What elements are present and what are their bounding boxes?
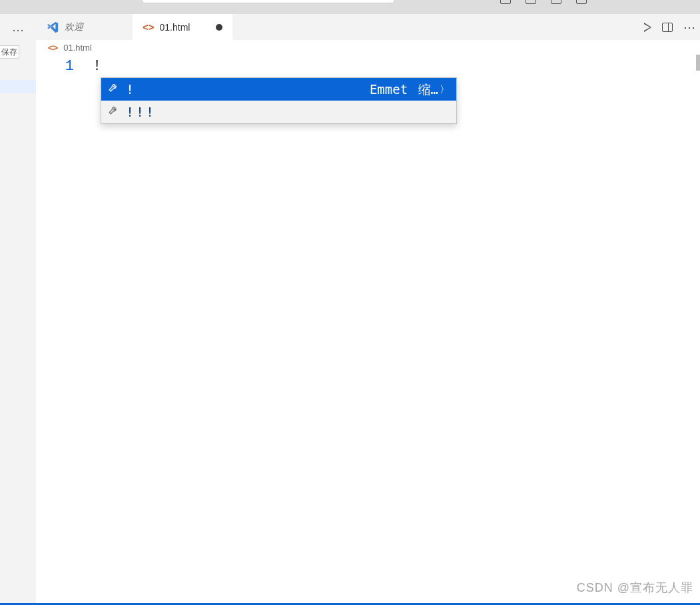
tab-bar: 欢迎 <> 01.html ⋯ [36, 14, 700, 40]
save-button-stub[interactable]: 保存 [0, 45, 19, 59]
breadcrumb-file: 01.html [63, 43, 92, 53]
layout-btn-2[interactable] [525, 0, 536, 4]
layout-btn-4[interactable] [576, 0, 587, 4]
line-number-gutter: 1 [36, 55, 93, 603]
suggest-item-1[interactable]: !!! [101, 101, 456, 123]
tab-01html-label: 01.html [160, 22, 190, 33]
tab-welcome-label: 欢迎 [65, 21, 83, 33]
tab-welcome[interactable]: 欢迎 [36, 14, 133, 40]
suggest-item-1-label: !!! [126, 103, 156, 121]
breadcrumb[interactable]: <> 01.html [36, 40, 700, 55]
minimap-scroll-indicator[interactable] [696, 55, 700, 71]
dirty-indicator-icon [216, 24, 222, 31]
split-editor-icon[interactable] [662, 23, 673, 32]
left-gutter-col: ⋯ [0, 14, 36, 603]
run-icon[interactable] [644, 23, 651, 32]
titlebar [0, 0, 700, 14]
line-number: 1 [36, 57, 74, 76]
suggest-item-0-hint: Emmet 缩… 〉 [370, 80, 450, 99]
watermark-text: CSDN @宣布无人罪 [577, 580, 693, 596]
layout-btn-1[interactable] [500, 0, 511, 4]
suggest-item-0-label: ! [126, 80, 136, 99]
sidebar-selection-stub [0, 80, 36, 93]
editor-actions: ⋯ [644, 14, 696, 40]
layout-btn-3[interactable] [551, 0, 561, 4]
titlebar-layout-buttons [500, 0, 587, 4]
more-icon[interactable]: ⋯ [12, 23, 25, 37]
html-file-icon: <> [48, 43, 58, 53]
wrench-icon [108, 103, 119, 121]
code-line-1: ! [93, 58, 101, 75]
suggest-item-0[interactable]: ! Emmet 缩… 〉 [101, 78, 456, 101]
chevron-right-icon[interactable]: 〉 [440, 80, 450, 99]
wrench-icon [108, 80, 119, 99]
code-content[interactable]: ! ! Emmet 缩… 〉 [93, 55, 700, 603]
more-actions-icon[interactable]: ⋯ [683, 20, 696, 35]
html-file-icon: <> [143, 21, 155, 33]
vscode-icon [46, 21, 59, 34]
tab-01html[interactable]: <> 01.html [133, 14, 232, 40]
intellisense-popup: ! Emmet 缩… 〉 !!! [101, 77, 457, 124]
code-editor[interactable]: 1 ! ! Emmet 缩… 〉 [36, 55, 700, 603]
command-center-search[interactable] [142, 0, 395, 3]
